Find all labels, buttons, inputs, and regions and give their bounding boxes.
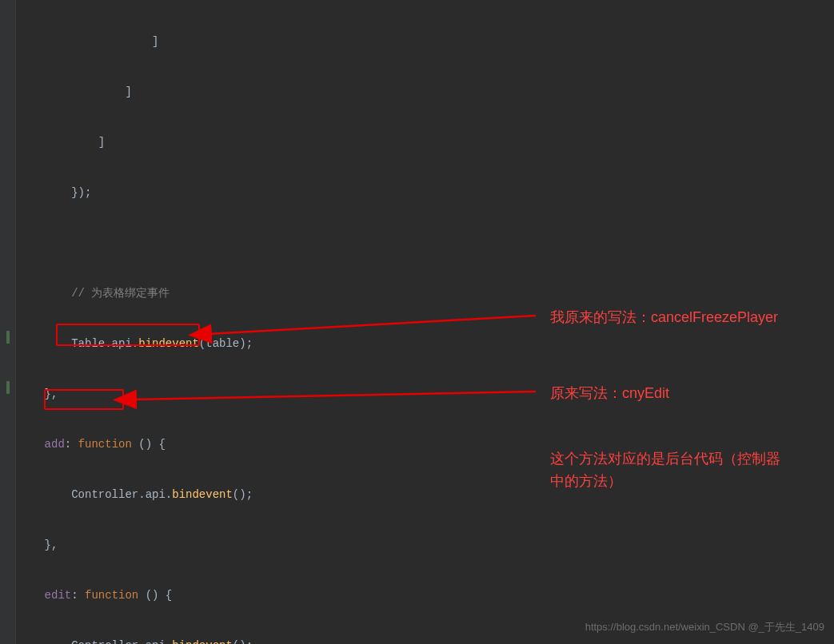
annotation-text-3a: 这个方法对应的是后台代码（控制器 [550, 449, 780, 468]
annotation-text-1: 我原来的写法：cancelFreezePlayer [550, 308, 778, 327]
code-text: .api. [105, 337, 138, 350]
code-text: bindevent [138, 337, 199, 350]
code-text: bindevent [172, 488, 233, 501]
code-text: }); [18, 186, 91, 199]
annotation-text-3b: 中的方法） [550, 471, 622, 491]
code-text: function [78, 438, 132, 451]
code-text: }, [18, 388, 58, 400]
code-text: Controller.api. [18, 639, 172, 644]
code-text: add [18, 438, 65, 451]
code-text: : [65, 438, 78, 451]
editor-gutter [0, 0, 16, 644]
code-text: ] [18, 85, 132, 98]
code-text: (); [233, 639, 253, 644]
code-text: }, [18, 539, 58, 551]
code-text: edit [18, 589, 71, 602]
code-text: : [71, 589, 85, 602]
code-text: (); [233, 488, 253, 501]
code-text: ] [18, 136, 105, 149]
code-comment: // 为表格绑定事件 [18, 287, 170, 300]
watermark: https://blog.csdn.net/weixin_CSDN @_于先生_… [585, 620, 824, 634]
code-text: () { [132, 438, 166, 451]
annotation-text-2: 原来写法：cnyEdit [550, 384, 669, 403]
code-text: () { [138, 589, 172, 602]
code-text: Controller.api. [18, 488, 172, 501]
code-text: Table [18, 337, 105, 350]
code-text: ] [18, 35, 158, 48]
code-text: function [85, 589, 138, 602]
code-text: (table); [199, 337, 253, 350]
code-text: bindevent [172, 639, 233, 644]
